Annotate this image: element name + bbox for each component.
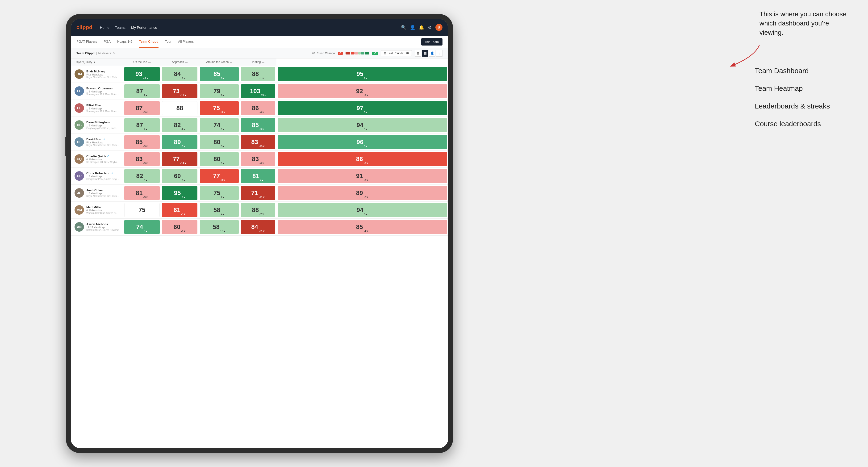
avatar: CR [74, 171, 84, 181]
edit-icon[interactable]: ✎ [113, 52, 115, 55]
table-row[interactable]: JCJosh Coles1-5 HandicapRoyal North Devo… [71, 184, 448, 201]
avatar[interactable]: U [435, 24, 442, 31]
col-header-off-tee[interactable]: Off the Tee — [123, 59, 161, 66]
player-name: Matt Miller [86, 206, 119, 209]
team-controls: 20 Round Change -5 +5 ⊞ Last Rounds: 20 [312, 50, 442, 57]
score-value: 77 [213, 173, 220, 180]
score-change: 3▲ [144, 179, 148, 183]
score-box: 803▲ [200, 135, 239, 149]
score-value: 93 [135, 70, 142, 77]
player-name: David Ford ✓ [86, 137, 119, 141]
last-rounds-button[interactable]: ⊞ Last Rounds: 20 [381, 50, 412, 56]
player-cell[interactable]: ECEdward Crossman1-5 HandicapSunningdale… [71, 83, 123, 99]
last-rounds-label: Last Rounds: [388, 52, 404, 55]
score-cell-around_green: 5810▲ [198, 218, 240, 236]
bell-icon[interactable]: 🔔 [419, 25, 424, 30]
tab-team-clippd[interactable]: Team Clippd [139, 36, 158, 48]
score-cell-approach: 60-1▼ [161, 218, 198, 236]
score-change: 1▲ [144, 94, 148, 98]
score-change: -3▼ [144, 196, 148, 200]
player-cell[interactable]: CQCharlie Quick ✓6-10 HandicapSt. George… [71, 151, 123, 167]
settings-icon[interactable]: ⚙ [428, 25, 432, 30]
score-value: 83 [252, 155, 259, 163]
score-box: 60-1▼ [162, 220, 197, 234]
table-row[interactable]: BMBlair McHargPlus HandicapRoyal North D… [71, 66, 448, 83]
table-row[interactable]: CQCharlie Quick ✓6-10 HandicapSt. George… [71, 151, 448, 167]
score-cell-putting: 86-6▼ [240, 99, 276, 117]
col-header-around-green[interactable]: Around the Green — [198, 59, 240, 66]
score-cell-off_tee: 748▲ [123, 218, 161, 236]
tab-tour[interactable]: Tour [165, 36, 172, 48]
score-change: -11▼ [259, 196, 265, 200]
player-cell[interactable]: EEElliot Ebert1-5 HandicapSunningdale Go… [71, 99, 123, 117]
nav-item-performance[interactable]: My Performance [131, 25, 157, 30]
player-cell[interactable]: ANAaron Nicholls11-15 HandicapDrift Golf… [71, 218, 123, 236]
sub-nav-tabs: PGAT Players PGA Hcaps 1-5 Team Clippd T… [76, 36, 421, 48]
score-cell-off_tee: 75 [123, 201, 161, 218]
avatar: DF [74, 137, 84, 147]
score-change: -3▼ [364, 94, 369, 98]
player-cell[interactable]: DBDave Billingham1-5 HandicapGog Magog G… [71, 117, 123, 133]
player-info: Elliot Ebert1-5 HandicapSunningdale Golf… [86, 103, 119, 113]
tab-pga[interactable]: PGA [103, 36, 111, 48]
player-name: Dave Billingham [86, 121, 119, 124]
player-club: St. George's Hill GC - Weybridge - Surre… [86, 161, 119, 163]
table-row[interactable]: DBDave Billingham1-5 HandicapGog Magog G… [71, 117, 448, 133]
score-change: -14▼ [181, 162, 187, 166]
score-box: 941▲ [278, 118, 447, 132]
view-heatmap-button[interactable]: ▦ [422, 50, 428, 57]
tab-all-players[interactable]: All Players [178, 36, 194, 48]
col-header-putting[interactable]: Putting — [240, 59, 276, 66]
player-handicap: 1-5 Handicap [86, 90, 119, 93]
add-team-button[interactable]: Add Team [421, 38, 442, 45]
score-value: 60 [174, 223, 181, 231]
logo: clippd [76, 24, 92, 30]
score-cell-player-quality: 941▲ [276, 117, 448, 133]
score-cell-off_tee: 81-3▼ [123, 184, 161, 201]
score-change: 9▲ [221, 94, 225, 98]
table-row[interactable]: EEElliot Ebert1-5 HandicapSunningdale Go… [71, 99, 448, 117]
view-grid-button[interactable]: ⊟ [415, 50, 421, 57]
view-download-button[interactable]: ↓ [436, 50, 442, 57]
tab-hcaps[interactable]: Hcaps 1-5 [117, 36, 132, 48]
player-handicap: 1-5 Handicap [86, 175, 119, 178]
score-value: 87 [136, 88, 143, 95]
table-row[interactable]: ANAaron Nicholls11-15 HandicapDrift Golf… [71, 218, 448, 236]
change-pos-badge: +5 [372, 52, 378, 55]
score-change: 4▲ [221, 213, 225, 217]
view-person-button[interactable]: 👤 [429, 50, 435, 57]
score-cell-around_green: 803▲ [198, 133, 240, 151]
search-icon[interactable]: 🔍 [401, 25, 406, 30]
table-row[interactable]: MMMatt Miller6-10 HandicapWoburn Golf Cl… [71, 201, 448, 218]
user-icon[interactable]: 👤 [410, 25, 415, 30]
player-cell[interactable]: MMMatt Miller6-10 HandicapWoburn Golf Cl… [71, 201, 123, 218]
player-club: Sunningdale Golf Club, United Kingdom [86, 93, 119, 96]
nav-item-teams[interactable]: Teams [115, 25, 125, 30]
score-box: 61-3▼ [162, 203, 197, 217]
col-header-player[interactable]: Player Quality ▼ [71, 59, 123, 66]
player-name: Chris Robertson ✓ [86, 172, 119, 175]
player-cell[interactable]: JCJosh Coles1-5 HandicapRoyal North Devo… [71, 184, 123, 201]
score-change: -3▼ [364, 179, 369, 183]
team-info-row: Team Clippd | 14 Players ✎ 20 Round Chan… [71, 48, 448, 59]
score-cell-player-quality: 86-8▼ [276, 151, 448, 167]
avatar: DB [74, 120, 84, 130]
player-cell[interactable]: BMBlair McHargPlus HandicapRoyal North D… [71, 66, 123, 83]
last-rounds-value: 20 [406, 52, 409, 55]
player-cell[interactable]: DFDavid Ford ✓Plus HandicapRoyal North D… [71, 133, 123, 151]
nav-item-home[interactable]: Home [100, 25, 110, 30]
score-change: 3▲ [364, 213, 368, 217]
player-cell[interactable]: CRChris Robertson ✓1-5 HandicapCraigmill… [71, 167, 123, 184]
table-row[interactable]: ECEdward Crossman1-5 HandicapSunningdale… [71, 83, 448, 99]
tab-pgat-players[interactable]: PGAT Players [76, 36, 97, 48]
score-cell-around_green: 752▲ [198, 184, 240, 201]
verified-icon: ✓ [111, 172, 114, 175]
col-header-approach[interactable]: Approach — [161, 59, 198, 66]
player-info: Chris Robertson ✓1-5 HandicapCraigmillar… [86, 172, 119, 181]
table-row[interactable]: CRChris Robertson ✓1-5 HandicapCraigmill… [71, 167, 448, 184]
score-change: -21▼ [259, 230, 265, 234]
verified-icon: ✓ [107, 155, 109, 158]
score-cell-around_green: 584▲ [198, 201, 240, 218]
table-row[interactable]: DFDavid Ford ✓Plus HandicapRoyal North D… [71, 133, 448, 151]
team-count: | 14 Players [96, 52, 111, 55]
